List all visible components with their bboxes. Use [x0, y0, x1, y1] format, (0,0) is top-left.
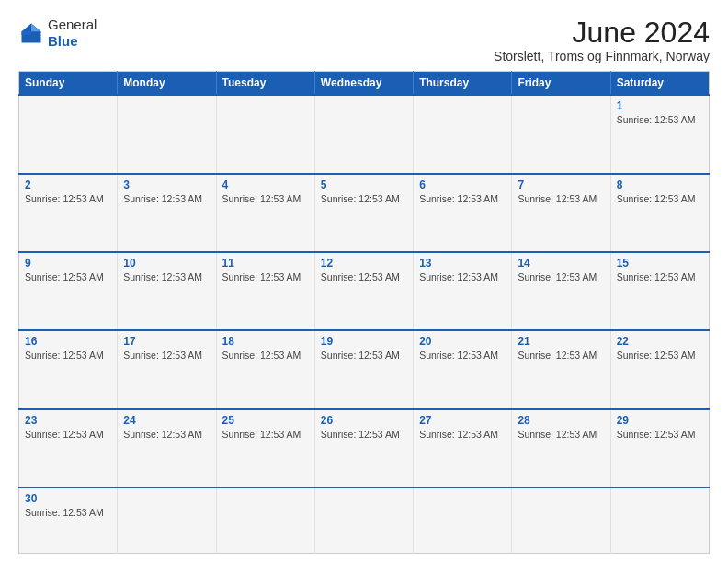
day-number: 15	[617, 257, 703, 270]
day-number: 10	[123, 257, 210, 270]
day-number: 2	[25, 178, 111, 191]
col-monday: Monday	[118, 72, 216, 96]
day-info: Sunrise: 12:53 AM	[222, 271, 301, 282]
cell-w4-d5: 21Sunrise: 12:53 AM	[512, 330, 610, 408]
cell-w6-d6	[610, 488, 709, 554]
cell-w3-d1: 10Sunrise: 12:53 AM	[118, 252, 216, 330]
day-number: 20	[419, 335, 506, 348]
day-number: 7	[518, 178, 604, 191]
day-info: Sunrise: 12:53 AM	[123, 271, 202, 282]
day-info: Sunrise: 12:53 AM	[419, 193, 498, 204]
day-info: Sunrise: 12:53 AM	[419, 350, 498, 361]
cell-w2-d2: 4Sunrise: 12:53 AM	[216, 174, 314, 252]
day-number: 1	[617, 99, 703, 112]
day-info: Sunrise: 12:53 AM	[222, 350, 301, 361]
logo-text: General Blue	[48, 17, 97, 50]
location: Storslett, Troms og Finnmark, Norway	[494, 49, 710, 63]
cell-w2-d3: 5Sunrise: 12:53 AM	[314, 174, 413, 252]
cell-w1-d2	[216, 95, 314, 173]
cell-w3-d5: 14Sunrise: 12:53 AM	[512, 252, 610, 330]
cell-w4-d2: 18Sunrise: 12:53 AM	[216, 330, 314, 408]
svg-marker-1	[31, 24, 41, 32]
day-info: Sunrise: 12:53 AM	[617, 271, 696, 282]
col-sunday: Sunday	[19, 72, 118, 96]
cell-w6-d3	[314, 488, 413, 554]
day-info: Sunrise: 12:53 AM	[518, 429, 597, 440]
day-info: Sunrise: 12:53 AM	[617, 350, 696, 361]
page: General Blue June 2024 Storslett, Troms …	[0, 0, 728, 563]
day-info: Sunrise: 12:53 AM	[617, 193, 696, 204]
day-number: 30	[25, 492, 111, 505]
day-info: Sunrise: 12:53 AM	[518, 271, 597, 282]
cell-w3-d6: 15Sunrise: 12:53 AM	[610, 252, 709, 330]
day-number: 22	[617, 335, 703, 348]
cell-w5-d2: 25Sunrise: 12:53 AM	[216, 409, 314, 488]
cell-w4-d6: 22Sunrise: 12:53 AM	[610, 330, 709, 408]
cell-w5-d3: 26Sunrise: 12:53 AM	[314, 409, 413, 488]
day-number: 13	[419, 257, 506, 270]
col-thursday: Thursday	[414, 72, 512, 96]
day-info: Sunrise: 12:53 AM	[321, 429, 400, 440]
day-info: Sunrise: 12:53 AM	[617, 429, 696, 440]
cell-w4-d0: 16Sunrise: 12:53 AM	[19, 330, 118, 408]
day-number: 23	[25, 414, 111, 427]
calendar-table: Sunday Monday Tuesday Wednesday Thursday…	[18, 71, 710, 554]
day-info: Sunrise: 12:53 AM	[25, 507, 104, 518]
cell-w3-d0: 9Sunrise: 12:53 AM	[19, 252, 118, 330]
day-number: 21	[518, 335, 604, 348]
day-number: 18	[222, 335, 309, 348]
day-number: 8	[617, 178, 703, 191]
day-number: 27	[419, 414, 506, 427]
day-number: 29	[617, 414, 703, 427]
cell-w2-d4: 6Sunrise: 12:53 AM	[414, 174, 512, 252]
week-row-3: 9Sunrise: 12:53 AM10Sunrise: 12:53 AM11S…	[19, 252, 710, 330]
day-number: 14	[518, 257, 604, 270]
title-block: June 2024 Storslett, Troms og Finnmark, …	[494, 17, 710, 63]
cell-w4-d1: 17Sunrise: 12:53 AM	[118, 330, 216, 408]
day-info: Sunrise: 12:53 AM	[222, 193, 301, 204]
cell-w1-d3	[314, 95, 413, 173]
cell-w6-d4	[414, 488, 512, 554]
cell-w6-d0: 30Sunrise: 12:53 AM	[19, 488, 118, 554]
logo: General Blue	[18, 17, 97, 50]
day-info: Sunrise: 12:53 AM	[123, 350, 202, 361]
col-saturday: Saturday	[610, 72, 709, 96]
cell-w5-d1: 24Sunrise: 12:53 AM	[118, 409, 216, 488]
cell-w1-d1	[118, 95, 216, 173]
cell-w5-d6: 29Sunrise: 12:53 AM	[610, 409, 709, 488]
logo-blue: Blue	[48, 33, 78, 49]
cell-w1-d5	[512, 95, 610, 173]
day-info: Sunrise: 12:53 AM	[25, 193, 104, 204]
day-info: Sunrise: 12:53 AM	[123, 429, 202, 440]
day-info: Sunrise: 12:53 AM	[518, 350, 597, 361]
day-number: 6	[419, 178, 506, 191]
day-number: 25	[222, 414, 309, 427]
day-info: Sunrise: 12:53 AM	[321, 193, 400, 204]
cell-w3-d3: 12Sunrise: 12:53 AM	[314, 252, 413, 330]
cell-w1-d4	[414, 95, 512, 173]
day-info: Sunrise: 12:53 AM	[419, 429, 498, 440]
cell-w5-d4: 27Sunrise: 12:53 AM	[414, 409, 512, 488]
day-info: Sunrise: 12:53 AM	[25, 350, 104, 361]
cell-w6-d2	[216, 488, 314, 554]
logo-icon	[18, 20, 44, 46]
cell-w6-d5	[512, 488, 610, 554]
cell-w5-d5: 28Sunrise: 12:53 AM	[512, 409, 610, 488]
day-info: Sunrise: 12:53 AM	[123, 193, 202, 204]
cell-w3-d4: 13Sunrise: 12:53 AM	[414, 252, 512, 330]
day-number: 17	[123, 335, 210, 348]
cell-w3-d2: 11Sunrise: 12:53 AM	[216, 252, 314, 330]
day-number: 24	[123, 414, 210, 427]
month-title: June 2024	[494, 17, 710, 49]
day-info: Sunrise: 12:53 AM	[321, 271, 400, 282]
day-number: 9	[25, 257, 111, 270]
col-tuesday: Tuesday	[216, 72, 314, 96]
svg-rect-2	[22, 31, 32, 35]
day-info: Sunrise: 12:53 AM	[25, 429, 104, 440]
cell-w6-d1	[118, 488, 216, 554]
calendar-header-row: Sunday Monday Tuesday Wednesday Thursday…	[19, 72, 710, 96]
day-number: 4	[222, 178, 309, 191]
day-info: Sunrise: 12:53 AM	[617, 114, 696, 125]
day-info: Sunrise: 12:53 AM	[25, 271, 104, 282]
day-number: 19	[321, 335, 407, 348]
